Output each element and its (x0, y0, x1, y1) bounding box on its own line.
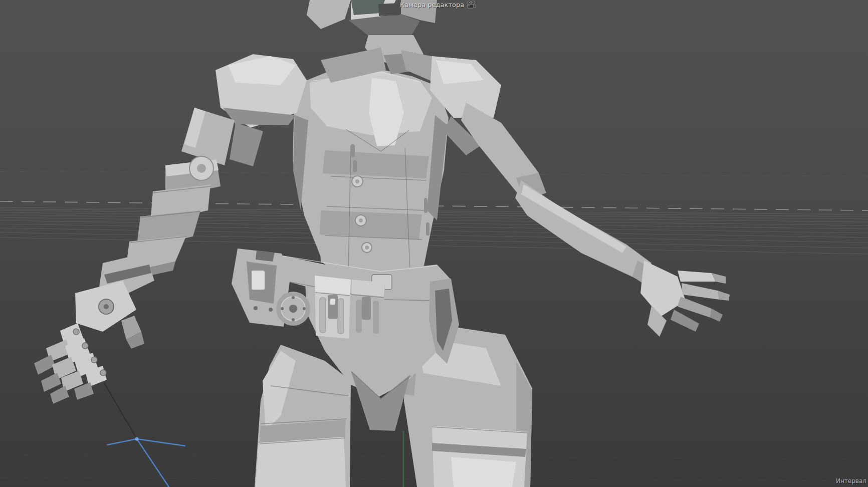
viewport-3d[interactable]: Камера редактора Интервал ра (0, 0, 868, 487)
video-camera-icon (467, 1, 476, 9)
spline-node (135, 437, 139, 441)
viewport-camera-label: Камера редактора (400, 1, 464, 9)
spline-handles[interactable] (104, 383, 185, 487)
viewport-camera-menu[interactable]: Камера редактора (400, 1, 476, 9)
torso-armor (293, 69, 449, 285)
status-text: Интервал ра (836, 477, 868, 484)
left-mech-arm (34, 54, 307, 404)
viewport-canvas[interactable] (0, 0, 868, 487)
right-arm (430, 56, 730, 337)
